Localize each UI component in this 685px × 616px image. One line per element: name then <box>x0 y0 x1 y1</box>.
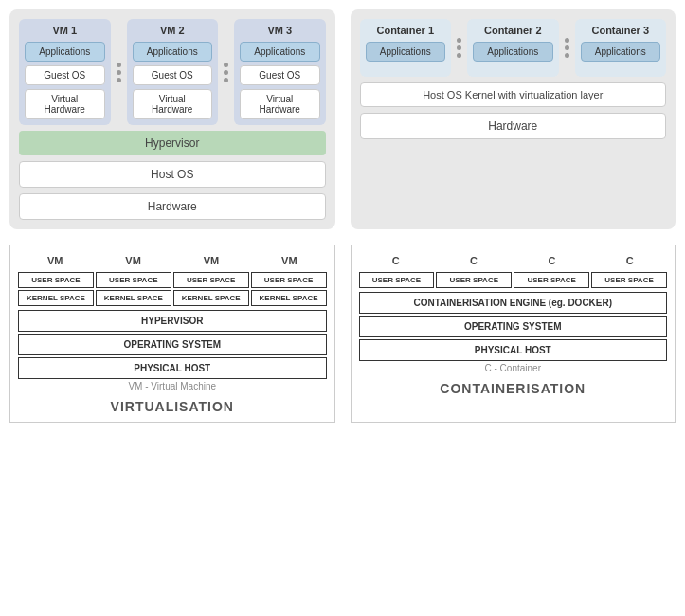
containerisation-title: CONTAINERISATION <box>359 381 668 396</box>
vm-user-space-3: USER SPACE <box>173 272 249 288</box>
vm-col-label-4: VM <box>252 253 326 268</box>
vm2-box: VM 2 Applications Guest OS Virtual Hardw… <box>127 19 219 125</box>
c2-dots <box>565 19 569 77</box>
vm3-box: VM 3 Applications Guest OS Virtual Hardw… <box>234 19 326 125</box>
dot <box>224 63 228 67</box>
c-user-space-1: USER SPACE <box>359 272 435 288</box>
c-footnote: C - Container <box>359 363 668 373</box>
c-engine-bar: CONTAINERISATION ENGINE (eg. DOCKER) <box>359 292 668 314</box>
vm-kernel-space-row: KERNEL SPACE KERNEL SPACE KERNEL SPACE K… <box>18 290 327 306</box>
vm2-apps: Applications <box>133 42 213 62</box>
vm-col-label-1: VM <box>18 253 92 268</box>
container3-box: Container 3 Applications <box>575 19 667 77</box>
dot <box>117 70 121 75</box>
container1-box: Container 1 Applications <box>360 19 452 77</box>
vm-hypervisor-bar: HYPERVISOR <box>18 310 327 332</box>
vm1-title: VM 1 <box>52 25 77 36</box>
c1-dots <box>457 19 461 77</box>
vm-boxes-row: VM 1 Applications Guest OS Virtual Hardw… <box>19 19 326 125</box>
vm-user-space-4: USER SPACE <box>251 272 327 288</box>
vm1-virtualhw: Virtual Hardware <box>25 89 105 119</box>
dot <box>565 45 569 50</box>
vm-diagram: VM 1 Applications Guest OS Virtual Hardw… <box>9 9 335 229</box>
c-col-label-4: C <box>593 253 667 268</box>
dot <box>224 70 228 75</box>
c-user-space-2: USER SPACE <box>436 272 512 288</box>
container3-apps: Applications <box>581 42 661 62</box>
vm-col-headers: VM VM VM VM <box>18 253 327 268</box>
vm-col-label-3: VM <box>174 253 248 268</box>
vm1-box: VM 1 Applications Guest OS Virtual Hardw… <box>19 19 111 125</box>
vm3-guestos: Guest OS <box>240 65 320 85</box>
vm-kernel-space-1: KERNEL SPACE <box>18 290 94 306</box>
dot <box>565 38 569 43</box>
vm3-apps: Applications <box>240 42 320 62</box>
vm-kernel-space-4: KERNEL SPACE <box>251 290 327 306</box>
dot <box>224 78 228 82</box>
vm-user-space-2: USER SPACE <box>96 272 171 288</box>
vm3-virtualhw: Virtual Hardware <box>240 89 320 119</box>
vm2-title: VM 2 <box>160 25 185 36</box>
kernel-bar: Host OS Kernel with virtualization layer <box>360 82 667 107</box>
c-user-space-3: USER SPACE <box>514 272 589 288</box>
dot <box>457 53 461 58</box>
c-col-label-2: C <box>437 253 511 268</box>
dot <box>117 63 121 67</box>
host-os-bar: Host OS <box>19 161 326 188</box>
container-diagram: Container 1 Applications Container 2 App… <box>351 9 676 229</box>
vm-kernel-space-2: KERNEL SPACE <box>96 290 171 306</box>
top-row: VM 1 Applications Guest OS Virtual Hardw… <box>9 9 676 229</box>
hardware-bar-right: Hardware <box>360 113 667 139</box>
vm3-title: VM 3 <box>267 25 292 36</box>
c-physical-bar: PHYSICAL HOST <box>359 339 668 361</box>
vm1-dots <box>117 19 121 125</box>
container2-box: Container 2 Applications <box>467 19 559 77</box>
vm2-dots <box>224 19 228 125</box>
vm-user-space-1: USER SPACE <box>18 272 94 288</box>
container2-title: Container 2 <box>484 25 542 36</box>
vm1-apps: Applications <box>25 42 105 62</box>
dot <box>565 53 569 58</box>
virtualisation-diagram: VM VM VM VM USER SPACE USER SPACE USER S… <box>9 245 335 423</box>
dot <box>457 45 461 50</box>
container-boxes-row: Container 1 Applications Container 2 App… <box>360 19 667 77</box>
c-user-space-row: USER SPACE USER SPACE USER SPACE USER SP… <box>359 272 668 288</box>
vm-footnote: VM - Virtual Machine <box>18 381 327 391</box>
vm1-guestos: Guest OS <box>25 65 105 85</box>
vm-col-label-2: VM <box>96 253 170 268</box>
containerisation-diagram: C C C C USER SPACE USER SPACE USER SPACE… <box>351 245 676 423</box>
hardware-bar-left: Hardware <box>19 193 326 220</box>
vm-kernel-space-3: KERNEL SPACE <box>173 290 249 306</box>
c-user-space-4: USER SPACE <box>591 272 667 288</box>
main-container: VM 1 Applications Guest OS Virtual Hardw… <box>9 9 676 423</box>
virtualisation-title: VIRTUALISATION <box>18 399 327 414</box>
container1-title: Container 1 <box>376 25 434 36</box>
dot <box>117 78 121 82</box>
container2-apps: Applications <box>473 42 553 62</box>
vm2-virtualhw: Virtual Hardware <box>133 89 213 119</box>
vm-physical-bar: PHYSICAL HOST <box>18 357 327 379</box>
c-col-label-1: C <box>359 253 433 268</box>
dot <box>457 38 461 43</box>
vm-user-space-row: USER SPACE USER SPACE USER SPACE USER SP… <box>18 272 327 288</box>
container1-apps: Applications <box>366 42 446 62</box>
bottom-row: VM VM VM VM USER SPACE USER SPACE USER S… <box>9 245 676 423</box>
vm2-guestos: Guest OS <box>133 65 213 85</box>
container3-title: Container 3 <box>591 25 649 36</box>
c-os-bar: OPERATING SYSTEM <box>359 316 668 337</box>
c-col-label-3: C <box>514 253 588 268</box>
c-col-headers: C C C C <box>359 253 668 268</box>
hypervisor-bar: Hypervisor <box>19 131 326 155</box>
vm-os-bar: OPERATING SYSTEM <box>18 334 327 355</box>
